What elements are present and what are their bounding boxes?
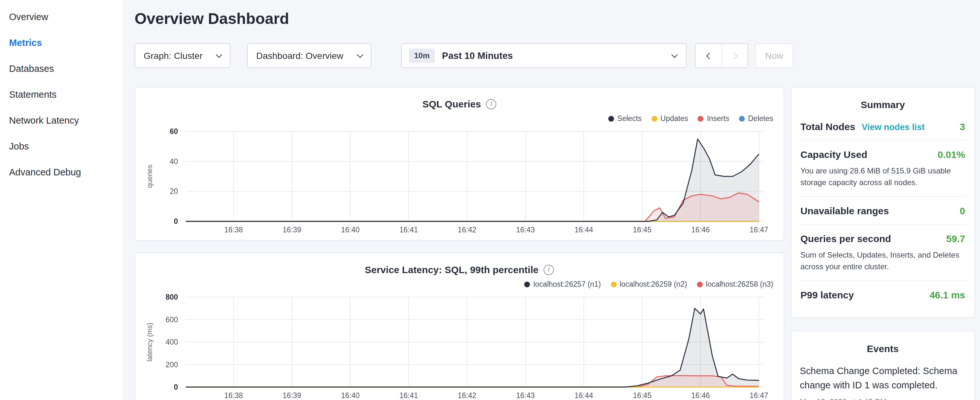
svg-text:16:47: 16:47 (749, 391, 768, 400)
legend-label: localhost:26259 (n2) (620, 280, 687, 288)
event-timestamp: May 13, 2020 at 4:45 PM (800, 397, 966, 400)
legend-dot-icon (698, 116, 704, 121)
time-range-badge: 10m (409, 49, 435, 63)
legend-label: Inserts (707, 115, 729, 122)
legend-item[interactable]: localhost:26258 (n3) (697, 280, 773, 288)
legend-dot-icon (608, 116, 614, 121)
svg-text:16:43: 16:43 (516, 391, 535, 400)
chart-legend: SelectsUpdatesInsertsDeletes (608, 115, 773, 122)
legend-dot-icon (525, 281, 530, 287)
legend-label: localhost:26258 (n3) (706, 280, 773, 288)
summary-value: 3 (959, 121, 965, 132)
summary-row: Total NodesView nodes list3 (800, 113, 966, 140)
svg-text:latency (ms): latency (ms) (146, 323, 154, 362)
summary-description: Sum of Selects, Updates, Inserts, and De… (800, 249, 965, 273)
chart-header: SQL Queries i SelectsUpdatesInsertsDelet… (135, 88, 784, 124)
dashboard-dropdown-label: Dashboard: Overview (256, 51, 343, 61)
app-root: OverviewMetricsDatabasesStatementsNetwor… (0, 0, 980, 400)
svg-text:16:44: 16:44 (574, 226, 593, 234)
summary-value: 0 (959, 205, 965, 216)
now-button[interactable]: Now (755, 43, 793, 68)
sidebar-item-jobs[interactable]: Jobs (0, 133, 123, 159)
svg-text:16:40: 16:40 (341, 391, 360, 400)
summary-panel: Summary Total NodesView nodes list3Capac… (791, 87, 975, 318)
summary-value: 59.7 (947, 233, 965, 244)
summary-label: Capacity Used (800, 149, 867, 160)
series-area (186, 376, 759, 387)
dashboard-body: SQL Queries i SelectsUpdatesInsertsDelet… (135, 87, 980, 400)
graph-dropdown[interactable]: Graph: Cluster (135, 43, 231, 68)
time-prev-button[interactable] (695, 44, 721, 67)
svg-text:16:44: 16:44 (574, 391, 593, 400)
summary-row: Queries per second59.7Sum of Selects, Up… (800, 225, 966, 281)
svg-text:16:38: 16:38 (224, 391, 243, 400)
sidebar-item-advanced-debug[interactable]: Advanced Debug (0, 159, 123, 185)
legend-item[interactable]: localhost:26259 (n2) (611, 280, 687, 288)
dashboard-dropdown[interactable]: Dashboard: Overview (247, 43, 371, 68)
events-title: Events (800, 343, 966, 354)
svg-text:queries: queries (146, 165, 154, 188)
view-nodes-list-link[interactable]: View nodes list (862, 122, 925, 132)
chart-title: Service Latency: SQL, 99th percentile (365, 264, 539, 275)
events-list: Schema Change Completed: Schema change w… (800, 364, 966, 400)
legend-label: Updates (660, 115, 688, 122)
summary-label: Unavailable ranges (800, 205, 889, 216)
sidebar-item-metrics[interactable]: Metrics (0, 30, 123, 56)
legend-item[interactable]: Inserts (698, 115, 729, 122)
chevron-down-icon (671, 51, 678, 58)
time-range-label: Past 10 Minutes (442, 51, 672, 61)
svg-text:0: 0 (174, 217, 178, 226)
sidebar-nav: OverviewMetricsDatabasesStatementsNetwor… (0, 0, 123, 400)
sidebar-item-overview[interactable]: Overview (0, 4, 123, 30)
legend-item[interactable]: Deletes (739, 115, 773, 122)
chevron-down-icon (357, 51, 363, 58)
legend-item[interactable]: Updates (651, 115, 688, 122)
toolbar: Graph: Cluster Dashboard: Overview 10m P… (135, 43, 980, 68)
event-message: Schema Change Completed: Schema change w… (800, 364, 966, 393)
info-icon[interactable]: i (544, 265, 554, 275)
sidebar-item-statements[interactable]: Statements (0, 81, 123, 107)
legend-dot-icon (611, 281, 616, 287)
svg-text:16:39: 16:39 (283, 391, 302, 400)
chevron-down-icon (216, 51, 222, 58)
chevron-left-icon (706, 53, 713, 59)
summary-row: P99 latency46.1 ms (800, 281, 966, 308)
event-item[interactable]: Schema Change Completed: Schema change w… (800, 364, 966, 400)
svg-text:400: 400 (165, 338, 178, 346)
summary-value: 46.1 ms (929, 289, 965, 300)
summary-label: Total Nodes (800, 121, 855, 132)
time-range-selector[interactable]: 10m Past 10 Minutes (401, 43, 687, 68)
summary-value: 0.01% (938, 149, 965, 160)
info-icon[interactable]: i (486, 99, 496, 109)
svg-text:16:45: 16:45 (633, 391, 652, 400)
chart-plot: 16:3816:3916:4016:4116:4216:4316:4416:45… (135, 289, 784, 400)
side-column: Summary Total NodesView nodes list3Capac… (791, 87, 975, 400)
sidebar-item-databases[interactable]: Databases (0, 56, 123, 81)
chart-title: SQL Queries (422, 98, 481, 109)
svg-text:16:47: 16:47 (749, 226, 768, 234)
legend-label: Deletes (748, 115, 773, 122)
svg-text:16:40: 16:40 (341, 226, 360, 234)
charts-column: SQL Queries i SelectsUpdatesInsertsDelet… (135, 87, 784, 400)
legend-item[interactable]: localhost:26257 (n1) (525, 280, 601, 288)
series-line (186, 139, 759, 222)
svg-text:16:41: 16:41 (399, 226, 418, 234)
sidebar-item-network-latency[interactable]: Network Latency (0, 107, 123, 133)
legend-item[interactable]: Selects (608, 115, 641, 122)
svg-text:600: 600 (165, 316, 178, 324)
chart-panel-service-latency: Service Latency: SQL, 99th percentile i … (135, 252, 784, 400)
series-line (186, 308, 759, 387)
chart-body: 16:3816:3916:4016:4116:4216:4316:4416:45… (135, 124, 784, 241)
svg-text:0: 0 (174, 383, 178, 391)
page-title: Overview Dashboard (135, 9, 980, 28)
time-next-button[interactable] (721, 44, 748, 67)
summary-title: Summary (800, 99, 966, 110)
svg-text:16:45: 16:45 (633, 226, 652, 234)
legend-label: Selects (617, 115, 641, 122)
chart-legend: localhost:26257 (n1)localhost:26259 (n2)… (525, 280, 773, 288)
chevron-right-icon (730, 53, 737, 59)
svg-text:16:38: 16:38 (224, 226, 243, 234)
svg-text:20: 20 (170, 187, 178, 196)
svg-text:16:42: 16:42 (458, 226, 477, 234)
svg-text:60: 60 (170, 127, 178, 135)
